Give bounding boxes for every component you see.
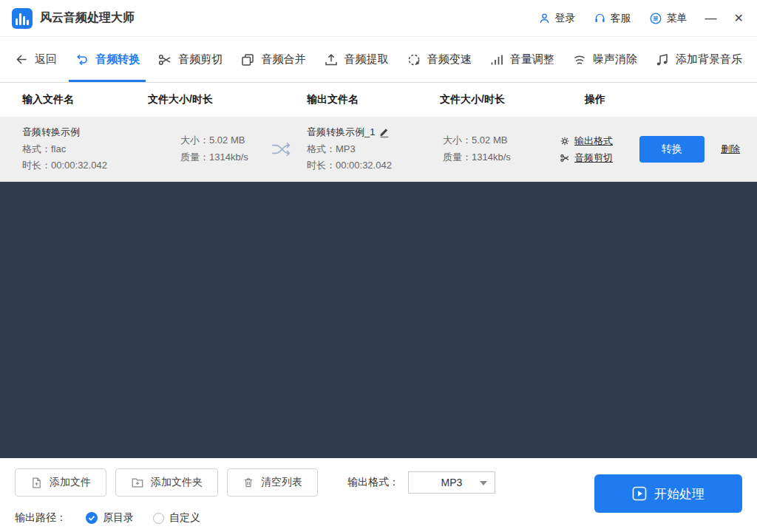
shuffle-arrows-icon <box>271 141 291 157</box>
tab-label: 噪声消除 <box>593 52 637 66</box>
start-processing-label: 开始处理 <box>654 485 705 502</box>
gear-icon <box>560 136 570 146</box>
tab-label: 音频转换 <box>95 52 140 66</box>
input-file-size: 大小：5.02 MB <box>180 132 255 149</box>
music-note-icon <box>655 52 670 67</box>
tab-label: 音频提取 <box>344 52 389 66</box>
user-icon <box>538 12 551 24</box>
app-window: 风云音频处理大师 登录 客服 菜单 — ✕ 返回 <box>0 0 757 532</box>
add-file-button[interactable]: 添加文件 <box>15 468 106 497</box>
input-file-format: 格式：flac <box>22 141 148 158</box>
empty-file-list-area <box>0 182 757 458</box>
radio-custom-label: 自定义 <box>169 511 200 525</box>
input-file-duration: 时长：00:00:32.042 <box>22 157 148 174</box>
radio-checked-icon <box>86 512 98 524</box>
output-format-select[interactable]: MP3 <box>408 471 495 494</box>
feature-toolbar: 返回 音频转换 音频剪切 音频合并 音频提取 <box>0 37 757 83</box>
input-size-cell: 大小：5.02 MB 质量：1314kb/s <box>148 132 255 166</box>
back-arrow-icon <box>15 52 29 66</box>
chevron-down-icon <box>480 481 487 485</box>
input-file-name: 音频转换示例 <box>22 124 148 141</box>
col-header-input-name: 输入文件名 <box>22 93 148 106</box>
merge-icon <box>240 52 255 67</box>
output-path-row: 输出路径： 原目录 自定义 <box>15 511 495 525</box>
tab-audio-convert[interactable]: 音频转换 <box>75 37 140 82</box>
app-logo-icon <box>12 8 33 29</box>
noise-waves-icon <box>572 52 587 67</box>
play-icon <box>632 486 647 501</box>
audio-cut-link-label: 音频剪切 <box>574 151 613 165</box>
output-file-quality: 质量：1314kb/s <box>443 149 551 166</box>
add-folder-label: 添加文件夹 <box>151 476 203 489</box>
footer-actions-row: 添加文件 添加文件夹 清空列表 输出格式： MP3 <box>15 468 495 497</box>
output-format-link[interactable]: 输出格式 <box>560 134 639 148</box>
output-file-size: 大小：5.02 MB <box>443 132 551 149</box>
tab-volume-adjust[interactable]: 音量调整 <box>489 37 554 82</box>
start-processing-button[interactable]: 开始处理 <box>594 474 742 513</box>
scissors-icon <box>560 153 570 163</box>
menu-label: 菜单 <box>667 12 688 25</box>
delete-link[interactable]: 删除 <box>721 143 740 156</box>
output-file-format: 格式：MP3 <box>307 141 440 158</box>
menu-icon <box>649 12 662 25</box>
tab-add-background-music[interactable]: 添加背景音乐 <box>655 37 742 82</box>
clear-list-button[interactable]: 清空列表 <box>227 468 318 497</box>
titlebar-left: 风云音频处理大师 <box>12 8 135 29</box>
output-format-value: MP3 <box>441 477 463 488</box>
output-path-label: 输出路径： <box>15 511 67 525</box>
service-button[interactable]: 客服 <box>594 12 631 25</box>
convert-direction-cell <box>255 141 307 157</box>
convert-icon <box>75 52 89 67</box>
convert-button[interactable]: 转换 <box>639 136 705 163</box>
tab-label: 音频剪切 <box>178 52 223 66</box>
radio-original-label: 原目录 <box>103 511 134 525</box>
output-format-label: 输出格式： <box>347 476 399 489</box>
tab-audio-cut[interactable]: 音频剪切 <box>157 37 223 82</box>
titlebar-right: 登录 客服 菜单 — ✕ <box>538 12 744 25</box>
output-format-link-label: 输出格式 <box>574 134 613 148</box>
input-file-cell: 音频转换示例 格式：flac 时长：00:00:32.042 <box>22 124 148 174</box>
login-label: 登录 <box>555 12 576 25</box>
tab-audio-extract[interactable]: 音频提取 <box>324 37 389 82</box>
radio-unchecked-icon <box>153 513 164 524</box>
headset-icon <box>594 12 606 24</box>
back-button[interactable]: 返回 <box>15 37 57 82</box>
output-file-name-line: 音频转换示例_1 <box>307 124 440 141</box>
service-label: 客服 <box>611 12 631 25</box>
tab-label: 音频变速 <box>427 52 472 66</box>
extract-icon <box>324 52 339 67</box>
radio-custom-directory[interactable]: 自定义 <box>153 511 200 525</box>
add-file-label: 添加文件 <box>50 476 91 489</box>
tab-label: 添加背景音乐 <box>676 52 742 66</box>
tab-audio-merge[interactable]: 音频合并 <box>240 37 305 82</box>
clear-list-label: 清空列表 <box>261 476 302 489</box>
tab-noise-removal[interactable]: 噪声消除 <box>572 37 637 82</box>
output-file-name: 音频转换示例_1 <box>307 124 375 141</box>
table-header: 输入文件名 文件大小/时长 输出文件名 文件大小/时长 操作 <box>0 83 757 117</box>
footer: 添加文件 添加文件夹 清空列表 输出格式： MP3 输出路径： <box>0 458 757 532</box>
tab-label: 音量调整 <box>510 52 554 66</box>
edit-pencil-icon[interactable] <box>379 127 390 137</box>
menu-button[interactable]: 菜单 <box>649 12 688 25</box>
output-size-cell: 大小：5.02 MB 质量：1314kb/s <box>440 132 551 166</box>
login-button[interactable]: 登录 <box>538 12 576 25</box>
tab-audio-speed[interactable]: 音频变速 <box>407 37 472 82</box>
app-title: 风云音频处理大师 <box>40 10 135 26</box>
col-header-operations: 操作 <box>551 93 639 106</box>
radio-original-directory[interactable]: 原目录 <box>86 511 134 525</box>
col-header-output-name: 输出文件名 <box>307 93 440 106</box>
speed-icon <box>407 52 421 67</box>
audio-cut-link[interactable]: 音频剪切 <box>560 151 639 165</box>
titlebar: 风云音频处理大师 登录 客服 菜单 — ✕ <box>0 0 757 37</box>
back-label: 返回 <box>35 52 57 66</box>
operations-cell: 输出格式 音频剪切 <box>551 131 639 168</box>
trash-icon <box>242 477 254 488</box>
add-folder-icon <box>131 476 144 489</box>
tab-label: 音频合并 <box>261 52 305 66</box>
footer-left: 添加文件 添加文件夹 清空列表 输出格式： MP3 输出路径： <box>15 468 495 525</box>
close-button[interactable]: ✕ <box>734 13 744 24</box>
add-file-icon <box>30 477 43 489</box>
minimize-button[interactable]: — <box>705 13 716 24</box>
col-header-output-size: 文件大小/时长 <box>440 93 551 106</box>
add-folder-button[interactable]: 添加文件夹 <box>115 468 218 497</box>
